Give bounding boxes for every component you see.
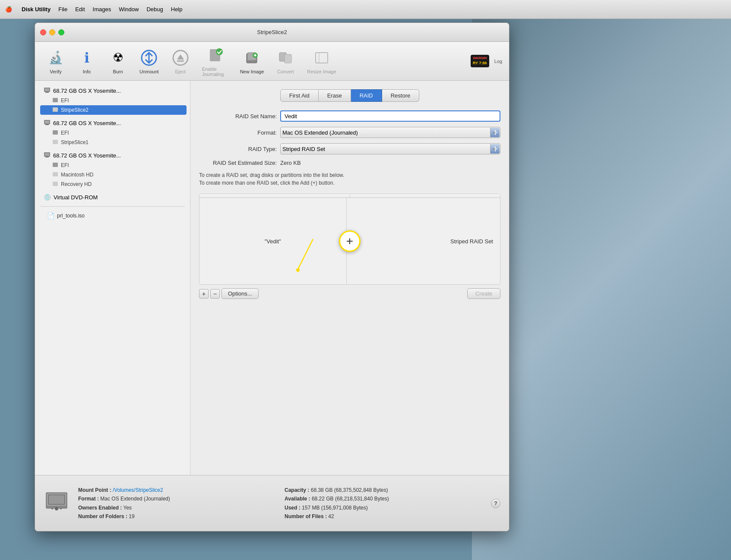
menu-debug[interactable]: Debug: [146, 6, 163, 13]
new-image-button[interactable]: New Image: [236, 46, 269, 77]
macintosh-hd-icon: [52, 171, 58, 178]
svg-rect-17: [45, 121, 49, 123]
sidebar-item-disk2-efi[interactable]: EFI: [40, 128, 187, 138]
disk3-icon: [44, 152, 51, 159]
tabs: First Aid Erase RAID Restore: [199, 89, 500, 102]
options-button[interactable]: Options...: [222, 288, 259, 299]
sidebar-item-macintosh-hd[interactable]: Macintosh HD: [40, 170, 187, 179]
remove-raid-button[interactable]: −: [210, 289, 220, 299]
mount-point-link[interactable]: /Volumes/StripeSlice2: [113, 487, 163, 493]
burn-button[interactable]: ☢ Burn: [104, 46, 132, 77]
close-button[interactable]: [40, 29, 46, 35]
menu-disk-utility[interactable]: Disk Utility: [22, 6, 51, 13]
new-image-label: New Image: [240, 69, 264, 74]
disk-group-3: 68.72 GB OS X Yosemite... EFI Macintosh …: [35, 149, 190, 191]
raid-type-select-arrow: [490, 144, 500, 154]
unmount-label: Unmount: [139, 69, 159, 74]
log-button[interactable]: WARNIN RY 7:86: [471, 55, 489, 67]
disk1-label: 68.72 GB OS X Yosemite...: [53, 88, 121, 94]
raid-type-select[interactable]: Striped RAID Set: [280, 143, 500, 154]
prl-tools-icon: 📄: [47, 212, 54, 219]
disk-icon: [44, 87, 51, 94]
sidebar-item-stripeslice2[interactable]: StripeSlice2: [40, 105, 187, 115]
window-title: StripeSlice2: [257, 29, 287, 35]
sidebar-item-disk1[interactable]: 68.72 GB OS X Yosemite...: [40, 86, 187, 96]
status-info-right: Capacity : 68.38 GB (68,375,502,848 Byte…: [285, 486, 482, 521]
raid-list-col2-header: [350, 194, 500, 198]
menu-edit[interactable]: Edit: [75, 6, 85, 13]
add-disk-button[interactable]: +: [339, 230, 361, 252]
disk2-efi-icon: [52, 129, 58, 136]
create-button[interactable]: Create: [467, 288, 500, 299]
format-select-arrow: [490, 128, 500, 137]
raid-type-label: RAID Type:: [199, 146, 277, 152]
status-used: Used : 157 MB (156,971,008 Bytes): [285, 503, 482, 512]
svg-rect-14: [53, 98, 58, 102]
menu-file[interactable]: File: [58, 6, 67, 13]
tab-erase[interactable]: Erase: [319, 89, 351, 102]
log-label[interactable]: Log: [494, 59, 502, 64]
help-button[interactable]: ?: [491, 499, 500, 508]
svg-rect-2: [177, 60, 184, 62]
svg-rect-9: [285, 54, 291, 63]
status-available: Available : 68.22 GB (68,218,531,840 Byt…: [285, 494, 482, 503]
unmount-button[interactable]: Unmount: [135, 46, 163, 77]
verify-button[interactable]: 🔬 Verify: [42, 46, 70, 77]
recovery-hd-label: Recovery HD: [61, 181, 92, 187]
svg-rect-18: [53, 130, 58, 135]
eject-button[interactable]: Eject: [167, 46, 194, 77]
stripeslice2-icon: [52, 107, 58, 113]
toolbar: 🔬 Verify ℹ Info ☢ Burn Unmount: [35, 42, 509, 81]
tab-first-aid[interactable]: First Aid: [280, 89, 319, 102]
tab-raid[interactable]: RAID: [351, 89, 382, 102]
files-value: 42: [328, 513, 334, 519]
sidebar-item-disk3[interactable]: 68.72 GB OS X Yosemite...: [40, 151, 187, 160]
mount-point-label: Mount Point :: [78, 487, 111, 493]
disk2-icon: [44, 120, 51, 127]
sidebar-item-dvd-rom[interactable]: 💿 Virtual DVD-ROM: [40, 192, 187, 202]
raid-form: RAID Set Name: Format: Mac OS Extended (…: [199, 110, 500, 299]
estimated-size-value: Zero KB: [280, 160, 301, 166]
burn-label: Burn: [113, 69, 123, 74]
menu-help[interactable]: Help: [171, 6, 183, 13]
convert-button[interactable]: Convert: [272, 46, 299, 77]
svg-rect-22: [53, 163, 58, 167]
format-status-label: Format :: [78, 496, 99, 502]
add-raid-button[interactable]: +: [199, 289, 209, 299]
sidebar-item-recovery-hd[interactable]: Recovery HD: [40, 179, 187, 189]
enable-journaling-button[interactable]: Enable Journaling: [198, 43, 232, 79]
info-icon: ℹ: [77, 48, 96, 67]
raid-hint-line2: To create more than one RAID set, click …: [199, 179, 500, 187]
raid-list-body: "Vedit" Striped RAID Set +: [199, 198, 500, 284]
maximize-button[interactable]: [58, 29, 64, 35]
resize-image-button[interactable]: Resize Image: [303, 46, 340, 77]
sidebar-item-disk1-efi[interactable]: EFI: [40, 96, 187, 105]
used-value: 157 MB (156,971,008 Bytes): [302, 505, 368, 511]
sidebar-item-disk2[interactable]: 68.72 GB OS X Yosemite...: [40, 118, 187, 128]
apple-menu[interactable]: 🍎: [5, 6, 12, 13]
disk2-label: 68.72 GB OS X Yosemite...: [53, 120, 121, 126]
svg-rect-24: [53, 182, 58, 186]
info-button[interactable]: ℹ Info: [73, 46, 101, 77]
sidebar-item-disk3-efi[interactable]: EFI: [40, 160, 187, 170]
verify-label: Verify: [50, 69, 62, 74]
menu-images[interactable]: Images: [93, 6, 111, 13]
tab-restore[interactable]: Restore: [382, 89, 420, 102]
raid-name-input[interactable]: [280, 110, 500, 122]
enable-journaling-icon: [206, 46, 225, 65]
raid-hint-line1: To create a RAID set, drag disks or part…: [199, 171, 500, 179]
sidebar-item-prl-tools[interactable]: 📄 prl_tools.iso: [40, 211, 187, 220]
svg-rect-15: [53, 107, 58, 112]
sidebar: 68.72 GB OS X Yosemite... EFI StripeSlic…: [35, 81, 190, 475]
svg-rect-21: [45, 153, 49, 156]
format-select[interactable]: Mac OS Extended (Journaled): [280, 127, 500, 138]
raid-type-row: RAID Type: Striped RAID Set: [199, 143, 500, 154]
resize-image-icon: [312, 48, 331, 67]
disk-group-2: 68.72 GB OS X Yosemite... EFI StripeSlic…: [35, 116, 190, 149]
capacity-label: Capacity :: [285, 487, 309, 493]
sidebar-item-stripeslice1[interactable]: StripeSlice1: [40, 138, 187, 147]
raid-list-header: [199, 194, 500, 198]
menu-window[interactable]: Window: [119, 6, 139, 13]
minimize-button[interactable]: [49, 29, 55, 35]
status-disk-icon: [44, 488, 70, 519]
